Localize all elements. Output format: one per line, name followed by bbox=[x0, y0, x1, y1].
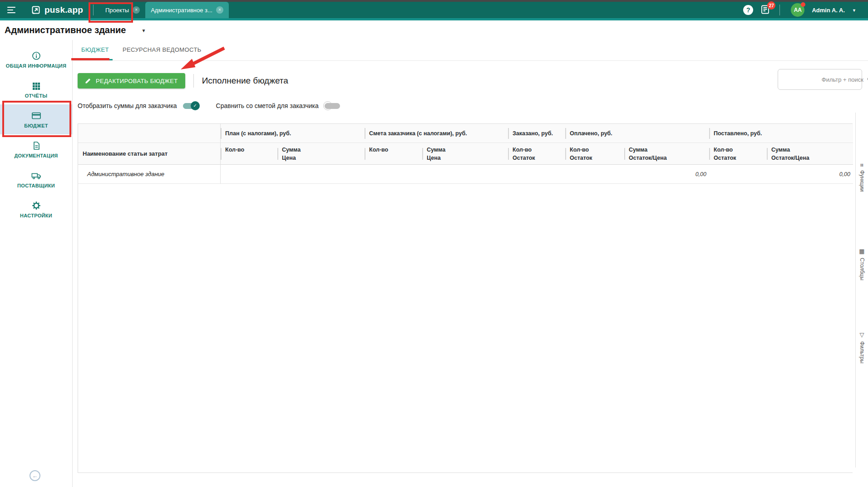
rail-functions-label: Функции bbox=[859, 170, 865, 192]
toggle-show-sums-label: Отобразить суммы для заказчика bbox=[78, 102, 177, 109]
rail-filters[interactable]: Фильтры bbox=[858, 331, 865, 364]
column-header: СуммаОстаток/Цена bbox=[767, 143, 853, 165]
reports-grid-icon bbox=[31, 81, 41, 91]
logo-icon bbox=[31, 5, 41, 15]
budget-table: План (с налогами), руб. Смета заказчика … bbox=[78, 123, 853, 473]
table-cell bbox=[508, 165, 565, 184]
title-dropdown-icon[interactable] bbox=[141, 27, 146, 34]
check-icon bbox=[191, 101, 200, 110]
hamburger-menu-icon[interactable] bbox=[7, 2, 19, 18]
group-header-paid: Оплачено, руб. bbox=[565, 124, 709, 143]
column-header: Кол-воОстаток bbox=[709, 143, 767, 165]
column-header: СуммаЦена bbox=[277, 143, 365, 165]
main-area: ОБЩАЯ ИНФОРМАЦИЯ ОТЧЁТЫ БЮДЖЕТ ДОКУМЕНТА… bbox=[0, 40, 868, 487]
sidebar-item-label: ОБЩАЯ ИНФОРМАЦИЯ bbox=[6, 63, 66, 69]
sidebar-item-label: БЮДЖЕТ bbox=[24, 123, 48, 128]
sidebar-item-label: ДОКУМЕНТАЦИЯ bbox=[14, 153, 58, 158]
user-avatar[interactable]: AA bbox=[791, 3, 804, 17]
group-header-ordered: Заказано, руб. bbox=[508, 124, 565, 143]
topbar: pusk.app Проекты Административное з... 2… bbox=[0, 2, 868, 18]
toggle-show-sums[interactable]: Отобразить суммы для заказчика bbox=[78, 101, 200, 110]
info-icon bbox=[31, 51, 41, 61]
column-header: СуммаОстаток/Цена bbox=[624, 143, 709, 165]
table-cell bbox=[565, 165, 624, 184]
filter-search-box bbox=[778, 69, 862, 90]
tab-projects[interactable]: Проекты bbox=[100, 2, 145, 18]
topbar-tabs: Проекты Административное з... bbox=[100, 2, 229, 18]
table-cell-delivered-sum: 0,00 bbox=[767, 165, 853, 184]
toggle-compare-switch[interactable] bbox=[323, 101, 341, 110]
topbar-right: 27 AA Admin A. A. bbox=[743, 2, 856, 18]
table-side-panel: Функции Столбцы Фильтры bbox=[855, 113, 868, 467]
rail-columns[interactable]: Столбцы bbox=[858, 248, 865, 280]
close-icon[interactable] bbox=[216, 6, 223, 14]
columns-icon bbox=[858, 248, 865, 255]
column-header: СуммаЦена bbox=[422, 143, 508, 165]
table-cell bbox=[277, 165, 365, 184]
page-title: Административное здание bbox=[5, 25, 126, 35]
content: БЮДЖЕТ РЕСУРСНАЯ ВЕДОМОСТЬ РЕДАКТИРОВАТЬ… bbox=[73, 40, 868, 487]
tab-administrative-building[interactable]: Административное з... bbox=[145, 2, 229, 18]
group-header-plan: План (с налогами), руб. bbox=[221, 124, 365, 143]
document-icon bbox=[31, 141, 41, 151]
table-cell bbox=[365, 165, 422, 184]
budget-card-icon bbox=[31, 111, 41, 121]
sidebar-collapse-button[interactable] bbox=[30, 470, 40, 481]
sidebar-item-label: НАСТРОЙКИ bbox=[20, 213, 52, 218]
table-cell bbox=[221, 165, 277, 184]
content-tabs: БЮДЖЕТ РЕСУРСНАЯ ВЕДОМОСТЬ bbox=[73, 40, 868, 61]
app-logo[interactable]: pusk.app bbox=[31, 2, 83, 18]
rail-filters-label: Фильтры bbox=[859, 341, 865, 364]
section-title: Исполнение бюджета bbox=[202, 76, 288, 86]
tab-projects-label: Проекты bbox=[105, 7, 129, 14]
edit-budget-label: РЕДАКТИРОВАТЬ БЮДЖЕТ bbox=[96, 78, 178, 84]
tab-administrative-building-label: Административное з... bbox=[151, 7, 212, 14]
rail-functions[interactable]: Функции bbox=[858, 163, 865, 192]
sidebar-item-suppliers[interactable]: ПОСТАВЩИКИ bbox=[0, 164, 72, 194]
app-window: pusk.app Проекты Административное з... 2… bbox=[0, 0, 868, 487]
group-header-customer-estimate: Смета заказчика (с налогами), руб. bbox=[365, 124, 508, 143]
column-header: Кол-во bbox=[365, 143, 422, 165]
tab-resource-sheet[interactable]: РЕСУРСНАЯ ВЕДОМОСТЬ bbox=[119, 40, 205, 60]
toolbar: РЕДАКТИРОВАТЬ БЮДЖЕТ Исполнение бюджета bbox=[73, 61, 868, 92]
sidebar-item-reports[interactable]: ОТЧЁТЫ bbox=[0, 74, 72, 104]
close-icon[interactable] bbox=[133, 6, 140, 14]
toggle-row: Отобразить суммы для заказчика Сравнить … bbox=[73, 99, 868, 113]
sidebar: ОБЩАЯ ИНФОРМАЦИЯ ОТЧЁТЫ БЮДЖЕТ ДОКУМЕНТА… bbox=[0, 40, 73, 487]
pencil-icon bbox=[85, 78, 91, 84]
topbar-divider bbox=[779, 5, 780, 15]
sidebar-item-settings[interactable]: НАСТРОЙКИ bbox=[0, 194, 72, 224]
functions-icon bbox=[858, 163, 865, 167]
toggle-compare-label: Сравнить со сметой для заказчика bbox=[216, 102, 319, 109]
table-row-name[interactable]: Административное здание bbox=[78, 165, 221, 184]
table-cell bbox=[422, 165, 508, 184]
filters-icon bbox=[858, 331, 865, 338]
toolbar-divider bbox=[193, 74, 194, 88]
tab-budget[interactable]: БЮДЖЕТ bbox=[78, 40, 113, 60]
table-empty-area bbox=[78, 184, 853, 472]
logo-text: pusk.app bbox=[44, 5, 83, 15]
sidebar-item-label: ПОСТАВЩИКИ bbox=[17, 183, 55, 188]
chevron-down-icon[interactable] bbox=[852, 7, 856, 13]
column-header-cost-item-name: Наименование статьи затрат bbox=[78, 143, 221, 165]
help-icon[interactable] bbox=[743, 5, 753, 15]
sidebar-item-budget[interactable]: БЮДЖЕТ bbox=[0, 104, 72, 134]
sidebar-item-documentation[interactable]: ДОКУМЕНТАЦИЯ bbox=[0, 134, 72, 164]
column-header: Кол-во bbox=[221, 143, 277, 165]
column-header: Кол-воОстаток bbox=[508, 143, 565, 165]
sidebar-item-general-info[interactable]: ОБЩАЯ ИНФОРМАЦИЯ bbox=[0, 44, 72, 74]
notification-badge: 27 bbox=[767, 1, 775, 10]
group-header-empty bbox=[78, 124, 221, 143]
presence-dot bbox=[801, 2, 805, 7]
notifications-icon[interactable]: 27 bbox=[760, 5, 771, 15]
title-row: Административное здание bbox=[0, 20, 868, 40]
table-cell bbox=[709, 165, 767, 184]
user-name[interactable]: Admin A. A. bbox=[812, 7, 845, 14]
filter-search-input[interactable] bbox=[784, 76, 863, 83]
topbar-divider bbox=[93, 5, 94, 15]
toggle-compare[interactable]: Сравнить со сметой для заказчика bbox=[216, 101, 341, 110]
gear-icon bbox=[31, 201, 41, 211]
column-header: Кол-воОстаток bbox=[565, 143, 624, 165]
edit-budget-button[interactable]: РЕДАКТИРОВАТЬ БЮДЖЕТ bbox=[78, 73, 185, 89]
toggle-show-sums-switch[interactable] bbox=[182, 101, 200, 110]
